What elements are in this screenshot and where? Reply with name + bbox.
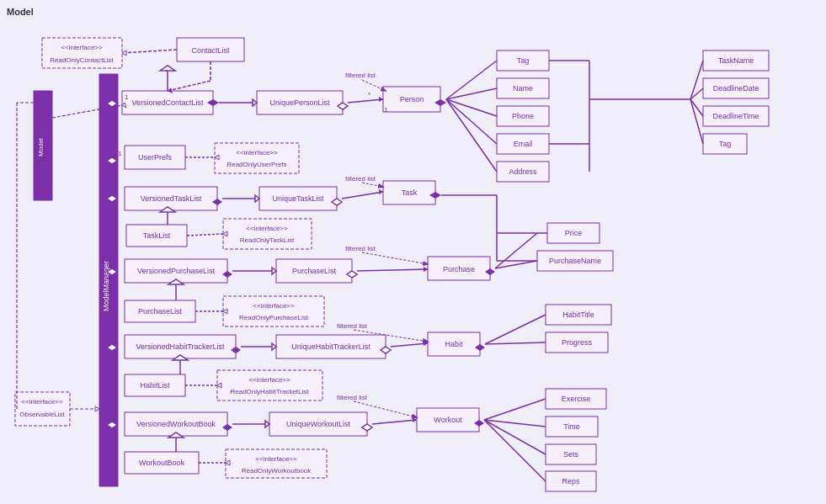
svg-text:PurchaseList: PurchaseList xyxy=(292,267,337,275)
svg-text:<<interface>>: <<interface>> xyxy=(236,149,278,157)
svg-marker-145 xyxy=(379,189,383,194)
svg-text:UniquePersonList: UniquePersonList xyxy=(269,98,330,107)
svg-text:TaskList: TaskList xyxy=(143,231,171,240)
svg-rect-19 xyxy=(215,143,299,173)
svg-text:ReadOnlyWorkoutbook: ReadOnlyWorkoutbook xyxy=(242,467,312,475)
svg-marker-193 xyxy=(413,417,417,422)
svg-marker-118 xyxy=(379,97,383,102)
svg-line-198 xyxy=(484,420,546,481)
svg-text:DeadlineDate: DeadlineDate xyxy=(713,84,759,93)
svg-text:VersionedHabitTrackerList: VersionedHabitTrackerList xyxy=(136,342,225,351)
svg-line-166 xyxy=(495,261,537,268)
svg-line-195 xyxy=(484,399,546,420)
svg-text:1: 1 xyxy=(118,150,122,157)
svg-text:<<interface>>: <<interface>> xyxy=(21,398,63,406)
svg-line-192 xyxy=(372,420,417,424)
svg-text:Habit: Habit xyxy=(445,340,463,348)
svg-marker-175 xyxy=(272,343,276,350)
svg-text:VersionedPurchaseList: VersionedPurchaseList xyxy=(137,267,216,275)
svg-line-165 xyxy=(495,233,537,268)
svg-text:Model: Model xyxy=(37,138,45,157)
svg-marker-163 xyxy=(424,267,428,272)
svg-text:ContactList: ContactList xyxy=(191,46,230,55)
svg-text:filtered list: filtered list xyxy=(337,394,368,401)
svg-line-103 xyxy=(122,50,177,53)
svg-rect-63 xyxy=(223,296,324,326)
svg-text:Name: Name xyxy=(513,84,533,93)
svg-text:TaskName: TaskName xyxy=(718,56,754,65)
svg-text:Time: Time xyxy=(563,422,580,431)
svg-marker-115 xyxy=(253,99,257,106)
svg-line-144 xyxy=(342,192,383,199)
svg-line-126 xyxy=(446,99,497,172)
svg-text:Sets: Sets xyxy=(563,450,579,459)
svg-text:ReadOnlyUserPrefs: ReadOnlyUserPrefs xyxy=(226,161,286,168)
svg-text:ObservableList: ObservableList xyxy=(19,411,65,418)
svg-text:ReadOnlyHabitTracketList: ReadOnlyHabitTracketList xyxy=(230,388,309,395)
svg-text:Purchase: Purchase xyxy=(443,265,475,273)
svg-text:UserPrefs: UserPrefs xyxy=(138,153,173,162)
svg-line-125 xyxy=(446,99,497,144)
svg-text:<<interface>>: <<interface>> xyxy=(253,302,295,310)
svg-text:1: 1 xyxy=(125,93,129,101)
svg-line-124 xyxy=(446,99,497,116)
svg-text:PurchaseName: PurchaseName xyxy=(549,257,601,265)
svg-line-181 xyxy=(485,342,546,344)
svg-rect-48 xyxy=(223,219,312,249)
svg-text:PurchaseList: PurchaseList xyxy=(138,307,183,316)
svg-text:Exercise: Exercise xyxy=(562,395,591,403)
svg-line-177 xyxy=(391,343,428,347)
svg-text:filtered list: filtered list xyxy=(345,175,376,183)
svg-text:UniqueHabitTrackerList: UniqueHabitTrackerList xyxy=(291,342,370,351)
svg-line-180 xyxy=(485,315,546,344)
svg-line-168 xyxy=(362,252,428,264)
svg-text:Person: Person xyxy=(400,95,424,103)
svg-line-128 xyxy=(362,80,386,91)
svg-text:DeadlineTime: DeadlineTime xyxy=(712,112,759,120)
svg-text:VersionedWorkoutBook: VersionedWorkoutBook xyxy=(136,420,216,428)
svg-text:<<interface>>: <<interface>> xyxy=(255,455,297,463)
svg-text:Workout: Workout xyxy=(434,416,462,424)
svg-text:Address: Address xyxy=(509,167,537,176)
svg-text:Tag: Tag xyxy=(517,56,530,65)
svg-marker-106 xyxy=(160,66,175,71)
svg-text:Progress: Progress xyxy=(562,338,593,347)
svg-marker-104 xyxy=(122,50,126,56)
svg-text:ReadOnlyTaskList: ReadOnlyTaskList xyxy=(240,236,295,244)
svg-text:*: * xyxy=(368,91,370,98)
svg-text:ReadOnlyPurchaseList: ReadOnlyPurchaseList xyxy=(239,314,309,321)
svg-text:Tag: Tag xyxy=(719,140,732,148)
svg-marker-160 xyxy=(272,268,276,274)
svg-line-132 xyxy=(690,99,703,144)
svg-text:1: 1 xyxy=(384,106,388,114)
svg-line-148 xyxy=(187,234,223,236)
svg-rect-100 xyxy=(15,392,70,426)
svg-marker-190 xyxy=(265,421,269,427)
svg-text:HabitList: HabitList xyxy=(140,381,170,390)
svg-text:filtered list: filtered list xyxy=(345,245,376,252)
svg-text:UniqueTaskList: UniqueTaskList xyxy=(272,194,324,203)
svg-line-157 xyxy=(362,183,383,187)
svg-line-162 xyxy=(357,269,428,271)
svg-text:<<interface>>: <<interface>> xyxy=(61,44,103,51)
svg-text:VersionedTaskList: VersionedTaskList xyxy=(141,194,202,203)
svg-text:VersionedContactList: VersionedContactList xyxy=(131,98,204,107)
svg-text:HabitTitle: HabitTitle xyxy=(562,310,594,319)
svg-line-117 xyxy=(348,99,383,103)
svg-text:<<interface>>: <<interface>> xyxy=(246,225,288,232)
svg-text:filtered list: filtered list xyxy=(337,322,368,330)
svg-text:filtered list: filtered list xyxy=(345,72,376,79)
svg-text:Task: Task xyxy=(402,188,418,197)
svg-text:Price: Price xyxy=(565,229,583,237)
svg-text:Email: Email xyxy=(514,140,533,148)
svg-text:WorkoutBook: WorkoutBook xyxy=(139,459,184,467)
svg-text:ReadOnlyContactList: ReadOnlyContactList xyxy=(50,56,114,64)
svg-text:<<interface>>: <<interface>> xyxy=(248,376,290,384)
svg-text:UniqueWorkoutList: UniqueWorkoutList xyxy=(286,420,350,428)
svg-text:ModelManager: ModelManager xyxy=(102,261,110,311)
svg-marker-142 xyxy=(255,195,259,202)
svg-rect-78 xyxy=(217,370,322,401)
svg-text:Reps: Reps xyxy=(562,477,580,485)
svg-marker-206 xyxy=(95,406,99,411)
svg-text:Phone: Phone xyxy=(512,112,534,120)
